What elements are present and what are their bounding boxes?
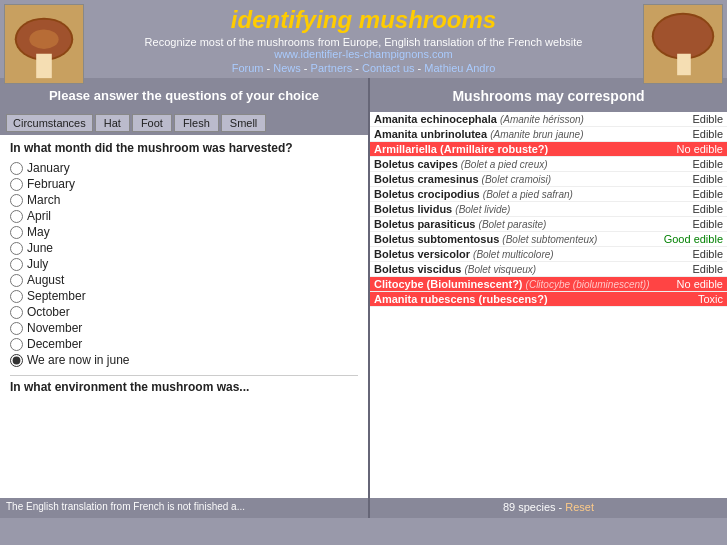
species-name: Amanita unbrinolutea (Amanite brun jaune… xyxy=(374,128,686,140)
species-row[interactable]: Boletus subtomentosus (Bolet subtomenteu… xyxy=(370,232,727,247)
species-name: Boletus cramesinus (Bolet cramoisi) xyxy=(374,173,686,185)
tab-smell[interactable]: Smell xyxy=(221,114,267,132)
species-name: Boletus parasiticus (Bolet parasite) xyxy=(374,218,686,230)
species-name: Boletus subtomentosus (Bolet subtomenteu… xyxy=(374,233,658,245)
tab-flesh[interactable]: Flesh xyxy=(174,114,219,132)
species-edibility: Edible xyxy=(692,203,723,215)
species-edibility: Edible xyxy=(692,113,723,125)
forum-link[interactable]: Forum xyxy=(232,62,264,74)
species-edibility: No edible xyxy=(677,278,723,290)
species-name: Amanita rubescens (rubescens?) xyxy=(374,293,692,305)
radio-april[interactable]: April xyxy=(10,209,358,223)
tabs-container: Circumstances Hat Foot Flesh Smell xyxy=(0,111,368,135)
subtitle: Recognize most of the mushrooms from Eur… xyxy=(0,36,727,48)
species-name: Boletus crocipodius (Bolet a pied safran… xyxy=(374,188,686,200)
partners-link[interactable]: Partners xyxy=(311,62,353,74)
mushroom-right-icon xyxy=(644,5,722,83)
species-count: 89 species xyxy=(503,501,556,513)
species-row[interactable]: Boletus crocipodius (Bolet a pied safran… xyxy=(370,187,727,202)
species-edibility: Edible xyxy=(692,128,723,140)
radio-september[interactable]: September xyxy=(10,289,358,303)
species-row[interactable]: Boletus cramesinus (Bolet cramoisi)Edibl… xyxy=(370,172,727,187)
reset-link[interactable]: Reset xyxy=(565,501,594,513)
main-content: Please answer the questions of your choi… xyxy=(0,78,727,518)
contact-link[interactable]: Contact us xyxy=(362,62,415,74)
species-row[interactable]: Clitocybe (Bioluminescent?) (Clitocybe (… xyxy=(370,277,727,292)
species-edibility: Edible xyxy=(692,158,723,170)
species-edibility: Edible xyxy=(692,248,723,260)
right-panel: Mushrooms may correspond Amanita echinoc… xyxy=(370,78,727,518)
svg-rect-8 xyxy=(677,54,691,75)
tab-circumstances[interactable]: Circumstances xyxy=(6,114,93,132)
radio-march[interactable]: March xyxy=(10,193,358,207)
svg-point-7 xyxy=(654,15,713,58)
species-edibility: Edible xyxy=(692,263,723,275)
radio-february[interactable]: February xyxy=(10,177,358,191)
radio-may[interactable]: May xyxy=(10,225,358,239)
radio-august[interactable]: August xyxy=(10,273,358,287)
news-link[interactable]: News xyxy=(273,62,301,74)
status-bar: The English translation from French is n… xyxy=(0,498,368,518)
species-row[interactable]: Boletus versicolor (Bolet multicolore)Ed… xyxy=(370,247,727,262)
species-edibility: Edible xyxy=(692,173,723,185)
radio-july[interactable]: July xyxy=(10,257,358,271)
radio-november[interactable]: November xyxy=(10,321,358,335)
species-name: Boletus cavipes (Bolet a pied creux) xyxy=(374,158,686,170)
species-name: Armillariella (Armillaire robuste?) xyxy=(374,143,671,155)
species-edibility: Good edible xyxy=(664,233,723,245)
question-heading: In what month did the mushroom was harve… xyxy=(10,141,358,155)
svg-point-4 xyxy=(29,29,58,49)
species-name: Clitocybe (Bioluminescent?) (Clitocybe (… xyxy=(374,278,671,290)
mushroom-left-decoration xyxy=(4,4,84,84)
left-panel: Please answer the questions of your choi… xyxy=(0,78,370,518)
svg-rect-3 xyxy=(36,54,52,78)
species-row[interactable]: Boletus viscidus (Bolet visqueux)Edible xyxy=(370,262,727,277)
species-row[interactable]: Armillariella (Armillaire robuste?)No ed… xyxy=(370,142,727,157)
species-row[interactable]: Amanita unbrinolutea (Amanite brun jaune… xyxy=(370,127,727,142)
next-question-heading: In what environment the mushroom was... xyxy=(10,380,358,394)
species-row[interactable]: Amanita echinocephala (Amanite hérisson)… xyxy=(370,112,727,127)
radio-june[interactable]: June xyxy=(10,241,358,255)
website-url[interactable]: www.identifier-les-champignons.com xyxy=(0,48,727,60)
species-name: Boletus lividus (Bolet livide) xyxy=(374,203,686,215)
header: identifying mushrooms Recognize most of … xyxy=(0,0,727,78)
author-link[interactable]: Mathieu Andro xyxy=(424,62,495,74)
species-edibility: Toxic xyxy=(698,293,723,305)
species-edibility: Edible xyxy=(692,188,723,200)
radio-december[interactable]: December xyxy=(10,337,358,351)
radio-january[interactable]: January xyxy=(10,161,358,175)
species-edibility: No edible xyxy=(677,143,723,155)
species-list: Amanita echinocephala (Amanite hérisson)… xyxy=(370,112,727,498)
radio-now-june[interactable]: We are now in june xyxy=(10,353,358,367)
species-row[interactable]: Amanita rubescens (rubescens?)Toxic xyxy=(370,292,727,307)
tab-foot[interactable]: Foot xyxy=(132,114,172,132)
nav-links: Forum - News - Partners - Contact us - M… xyxy=(0,62,727,74)
species-name: Boletus versicolor (Bolet multicolore) xyxy=(374,248,686,260)
page-title: identifying mushrooms xyxy=(0,6,727,34)
species-row[interactable]: Boletus lividus (Bolet livide)Edible xyxy=(370,202,727,217)
species-row[interactable]: Boletus cavipes (Bolet a pied creux)Edib… xyxy=(370,157,727,172)
species-footer: 89 species - Reset xyxy=(370,498,727,518)
tab-hat[interactable]: Hat xyxy=(95,114,130,132)
mushroom-right-decoration xyxy=(643,4,723,84)
species-edibility: Edible xyxy=(692,218,723,230)
species-name: Boletus viscidus (Bolet visqueux) xyxy=(374,263,686,275)
mushroom-left-icon xyxy=(5,5,83,83)
species-row[interactable]: Boletus parasiticus (Bolet parasite)Edib… xyxy=(370,217,727,232)
species-name: Amanita echinocephala (Amanite hérisson) xyxy=(374,113,686,125)
question-area: In what month did the mushroom was harve… xyxy=(0,135,368,498)
radio-october[interactable]: October xyxy=(10,305,358,319)
